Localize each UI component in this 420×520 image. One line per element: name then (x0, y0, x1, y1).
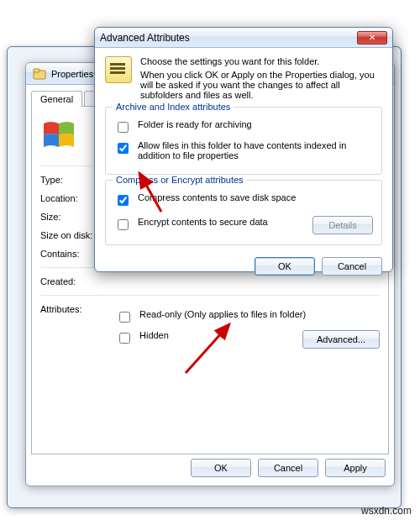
readonly-label: Read-only (Only applies to files in fold… (139, 309, 306, 319)
advanced-footer: OK Cancel (95, 252, 392, 284)
properties-title: Properties (51, 69, 93, 79)
folder-icon (33, 67, 46, 81)
hidden-checkbox[interactable] (119, 333, 130, 344)
group-archive-index: Archive and Index attributes Folder is r… (105, 107, 382, 175)
close-button[interactable]: ✕ (357, 31, 387, 45)
archive-label: Folder is ready for archiving (138, 119, 252, 129)
svg-rect-1 (34, 69, 39, 72)
legend-compress: Compress or Encrypt attributes (113, 175, 247, 185)
properties-footer: OK Cancel Apply (191, 459, 386, 477)
encrypt-label: Encrypt contents to secure data (138, 217, 268, 227)
attributes-page-icon (105, 56, 132, 83)
readonly-checkbox[interactable] (119, 312, 130, 323)
index-checkbox[interactable] (118, 143, 129, 154)
advanced-cancel-button[interactable]: Cancel (322, 257, 382, 276)
label-attributes: Attributes: (40, 304, 116, 314)
advanced-title: Advanced Attributes (100, 32, 190, 44)
compress-checkbox[interactable] (118, 195, 129, 206)
advanced-attributes-dialog: Advanced Attributes ✕ Choose the setting… (94, 27, 393, 272)
encrypt-checkbox[interactable] (118, 219, 129, 230)
advanced-button[interactable]: Advanced... (302, 330, 380, 349)
properties-ok-button[interactable]: OK (191, 459, 251, 477)
index-label: Allow files in this folder to have conte… (138, 140, 373, 160)
properties-apply-button[interactable]: Apply (325, 459, 386, 477)
watermark: wsxdn.com (361, 505, 412, 517)
compress-label: Compress contents to save disk space (138, 192, 296, 202)
archive-checkbox[interactable] (118, 122, 129, 133)
group-compress-encrypt: Compress or Encrypt attributes Compress … (105, 180, 382, 245)
intro-text: Choose the settings you want for this fo… (140, 56, 382, 100)
close-icon: ✕ (369, 33, 375, 42)
intro-line-1: Choose the settings you want for this fo… (140, 56, 382, 66)
advanced-titlebar[interactable]: Advanced Attributes ✕ (95, 28, 392, 48)
tab-general[interactable]: General (31, 91, 82, 107)
hidden-label: Hidden (139, 330, 169, 340)
intro-line-2: When you click OK or Apply on the Proper… (140, 70, 382, 100)
divider (40, 295, 380, 296)
advanced-ok-button[interactable]: OK (255, 257, 315, 276)
properties-cancel-button[interactable]: Cancel (258, 459, 318, 477)
details-button[interactable]: Details (312, 216, 373, 234)
legend-archive: Archive and Index attributes (113, 102, 234, 112)
